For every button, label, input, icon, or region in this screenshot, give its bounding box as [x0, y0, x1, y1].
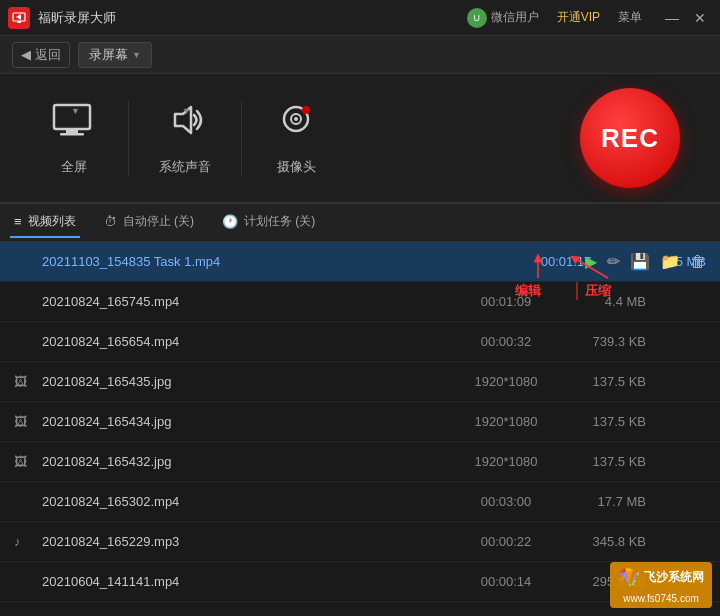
fullscreen-icon: ▼ [50, 101, 98, 148]
watermark-url: www.fs0745.com [623, 593, 699, 604]
file-duration: 1920*1080 [456, 414, 556, 429]
fullscreen-dropdown-icon: ▼ [71, 106, 80, 116]
user-avatar: U [467, 8, 487, 28]
record-label: 录屏幕 [89, 46, 128, 64]
camera-label: 摄像头 [277, 158, 316, 176]
table-row[interactable]: 20210824_165654.mp4 00:00:32 739.3 KB [0, 322, 720, 362]
rec-label: REC [601, 123, 659, 154]
file-size: 17.7 MB [556, 494, 646, 509]
title-left: 福昕录屏大师 [8, 7, 116, 29]
file-duration: 1920*1080 [456, 374, 556, 389]
file-list: 20211103_154835 Task 1.mp4 00:01:17 4.5 … [0, 242, 720, 616]
table-row[interactable]: 🖼 20210824_165434.jpg 1920*1080 137.5 KB [0, 402, 720, 442]
title-bar: 福昕录屏大师 U 微信用户 开通VIP 菜单 — ✕ [0, 0, 720, 36]
tab-video-list-label: 视频列表 [28, 213, 76, 230]
toolbar: ◀ 返回 录屏幕 ▼ [0, 36, 720, 74]
save-icon[interactable]: 💾 [630, 252, 650, 271]
calendar-icon: 🕐 [222, 214, 238, 229]
file-name: 20210824_165434.jpg [42, 414, 456, 429]
tab-video-list[interactable]: ≡ 视频列表 [10, 207, 80, 238]
edit-icon[interactable]: ✏ [607, 252, 620, 271]
svg-rect-1 [17, 21, 21, 23]
file-name: 20210824_165229.mp3 [42, 534, 456, 549]
watermark-text: 飞沙系统网 [644, 569, 704, 586]
file-name: 20210604_141141.mp4 [42, 574, 456, 589]
audio-file-icon: ♪ [14, 534, 34, 549]
app-title: 福昕录屏大师 [38, 9, 116, 27]
image-file-icon: 🖼 [14, 454, 34, 469]
fullscreen-label: 全屏 [61, 158, 87, 176]
window-controls: — ✕ [660, 8, 712, 28]
back-button[interactable]: ◀ 返回 [12, 42, 70, 68]
play-icon[interactable]: ▶ [585, 252, 597, 271]
file-duration: 00:00:32 [456, 334, 556, 349]
table-row[interactable]: ♪ 20210824_165229.mp3 00:00:22 345.8 KB [0, 522, 720, 562]
audio-label: 系统声音 [159, 158, 211, 176]
svg-point-10 [302, 106, 310, 114]
minimize-button[interactable]: — [660, 8, 684, 28]
image-file-icon: 🖼 [14, 374, 34, 389]
tab-scheduled-label: 计划任务 (关) [244, 213, 315, 230]
watermark-icon: 🪁 [618, 566, 640, 588]
vip-button[interactable]: 开通VIP [557, 9, 600, 26]
table-row[interactable]: 20210824_165745.mp4 00:01:09 4.4 MB [0, 282, 720, 322]
close-button[interactable]: ✕ [688, 8, 712, 28]
table-row[interactable]: 20211103_154835 Task 1.mp4 00:01:17 4.5 … [0, 242, 720, 282]
file-name: 20210824_165432.jpg [42, 454, 456, 469]
file-name: 20210824_165302.mp4 [42, 494, 456, 509]
back-arrow-icon: ◀ [21, 47, 31, 62]
svg-rect-4 [66, 129, 78, 133]
controls-area: ▼ 全屏 ▼ 系统声音 [0, 74, 720, 204]
file-size: 345.8 KB [556, 534, 646, 549]
file-name: 20211103_154835 Task 1.mp4 [42, 254, 516, 269]
tab-auto-stop[interactable]: ⏱ 自动停止 (关) [100, 207, 198, 238]
image-file-icon: 🖼 [14, 414, 34, 429]
username-label: 微信用户 [491, 9, 539, 26]
row-actions: ▶ ✏ 💾 📁 🗑 [585, 252, 706, 271]
svg-rect-5 [60, 133, 84, 136]
tab-scheduled[interactable]: 🕐 计划任务 (关) [218, 207, 319, 238]
record-mode-button[interactable]: 录屏幕 ▼ [78, 42, 152, 68]
title-right: U 微信用户 开通VIP 菜单 — ✕ [461, 6, 712, 30]
file-size: 739.3 KB [556, 334, 646, 349]
menu-button[interactable]: 菜单 [612, 7, 648, 28]
svg-point-9 [294, 117, 298, 121]
file-name: 20210824_165654.mp4 [42, 334, 456, 349]
table-row[interactable]: 20210824_165302.mp4 00:03:00 17.7 MB [0, 482, 720, 522]
file-size: 4.4 MB [556, 294, 646, 309]
timer-icon: ⏱ [104, 214, 117, 229]
svg-marker-2 [16, 14, 21, 20]
camera-icon [272, 101, 320, 148]
watermark: 🪁 飞沙系统网 www.fs0745.com [610, 562, 712, 608]
camera-control[interactable]: 摄像头 [241, 101, 350, 176]
fullscreen-control[interactable]: ▼ 全屏 [20, 101, 128, 176]
file-size: 137.5 KB [556, 374, 646, 389]
dropdown-arrow-icon: ▼ [132, 50, 141, 60]
tab-bar: ≡ 视频列表 ⏱ 自动停止 (关) 🕐 计划任务 (关) [0, 204, 720, 242]
table-row[interactable]: 🖼 20210824_165432.jpg 1920*1080 137.5 KB [0, 442, 720, 482]
file-name: 20210824_165745.mp4 [42, 294, 456, 309]
back-label: 返回 [35, 46, 61, 64]
file-duration: 00:00:14 [456, 574, 556, 589]
file-duration: 00:03:00 [456, 494, 556, 509]
audio-dropdown-icon: ▼ [182, 106, 191, 116]
app-icon [8, 7, 30, 29]
list-icon: ≡ [14, 214, 22, 229]
tab-auto-stop-label: 自动停止 (关) [123, 213, 194, 230]
file-name: 20210824_165435.jpg [42, 374, 456, 389]
audio-control[interactable]: ▼ 系统声音 [128, 101, 241, 176]
delete-icon[interactable]: 🗑 [690, 253, 706, 271]
file-duration: 00:01:09 [456, 294, 556, 309]
audio-icon: ▼ [161, 101, 209, 148]
user-button[interactable]: U 微信用户 [461, 6, 545, 30]
file-size: 137.5 KB [556, 454, 646, 469]
folder-icon[interactable]: 📁 [660, 252, 680, 271]
file-duration: 00:00:22 [456, 534, 556, 549]
rec-button[interactable]: REC [580, 88, 680, 188]
table-row[interactable]: 🖼 20210824_165435.jpg 1920*1080 137.5 KB [0, 362, 720, 402]
file-duration: 1920*1080 [456, 454, 556, 469]
file-size: 137.5 KB [556, 414, 646, 429]
